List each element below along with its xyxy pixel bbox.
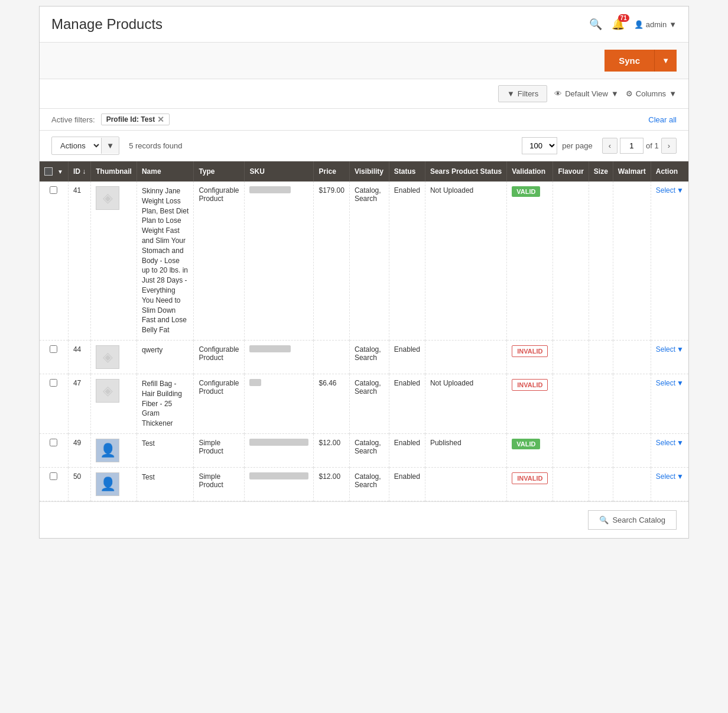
th-price[interactable]: Price (314, 161, 349, 182)
row-sears-status (425, 467, 506, 501)
filter-tag: Profile Id: Test ✕ (101, 114, 170, 125)
row-checkbox[interactable] (50, 472, 57, 480)
row-id: 44 (68, 340, 90, 374)
row-action-select[interactable]: Select ▼ (656, 379, 684, 387)
th-status[interactable]: Status (389, 161, 425, 182)
admin-menu[interactable]: 👤 admin ▼ (634, 20, 677, 29)
product-thumbnail: ◈ (96, 345, 119, 369)
records-count: 5 records found (129, 141, 512, 150)
clear-all-link[interactable]: Clear all (648, 115, 677, 124)
row-action-select[interactable]: Select ▼ (656, 186, 684, 195)
columns-button[interactable]: ⚙ Columns ▼ (626, 89, 677, 98)
default-view-button[interactable]: 👁 Default View ▼ (554, 89, 619, 98)
table-row: 49👤TestSimple Product$12.00Catalog, Sear… (40, 433, 688, 467)
row-validation: VALID (507, 433, 553, 467)
row-flavour (553, 374, 589, 433)
page-total: of 1 (646, 141, 659, 150)
row-flavour (553, 340, 589, 374)
th-id[interactable]: ID ↓ (68, 161, 90, 182)
row-validation: INVALID (507, 340, 553, 374)
prev-page-button[interactable]: ‹ (602, 138, 618, 154)
row-checkbox[interactable] (50, 379, 57, 387)
eye-icon: 👁 (554, 89, 562, 98)
row-size (589, 340, 613, 374)
per-page-select[interactable]: 100 50 20 (522, 137, 557, 154)
row-sku (245, 340, 314, 374)
th-validation[interactable]: Validation (507, 161, 553, 182)
row-size (589, 182, 613, 340)
chevron-down-icon: ▼ (677, 472, 684, 481)
row-walmart (613, 467, 651, 501)
sync-dropdown-button[interactable]: ▼ (655, 50, 677, 72)
validation-badge: INVALID (512, 345, 548, 357)
th-flavour[interactable]: Flavour (553, 161, 589, 182)
actions-dropdown-button[interactable]: ▼ (101, 138, 119, 154)
row-walmart (613, 433, 651, 467)
th-size[interactable]: Size (589, 161, 613, 182)
remove-filter-button[interactable]: ✕ (157, 115, 164, 124)
table-row: 44◈qwertyConfigurable ProductCatalog, Se… (40, 340, 688, 374)
row-sku (245, 467, 314, 501)
page-number-input[interactable] (620, 138, 644, 154)
row-checkbox[interactable] (50, 186, 57, 194)
row-visibility: Catalog, Search (349, 182, 389, 340)
row-flavour (553, 433, 589, 467)
row-visibility: Catalog, Search (349, 433, 389, 467)
row-name: Skinny Jane Weight Loss Plan, Best Diet … (136, 182, 194, 340)
search-catalog-button[interactable]: 🔍 Search Catalog (588, 510, 677, 530)
notification-count: 71 (618, 14, 629, 22)
table-row: 41◈Skinny Jane Weight Loss Plan, Best Di… (40, 182, 688, 340)
row-sears-status: Not Uploaded (425, 374, 506, 433)
per-page-wrap: 100 50 20 per page (522, 137, 592, 154)
row-price: $6.46 (314, 374, 349, 433)
checkbox-arrow[interactable]: ▼ (57, 168, 63, 175)
row-name: Refill Bag - Hair Building Fiber - 25 Gr… (136, 374, 194, 433)
page-title: Manage Products (51, 16, 162, 33)
row-checkbox[interactable] (50, 345, 57, 353)
row-type: Configurable Product (194, 340, 245, 374)
notifications-button[interactable]: 🔔 71 (612, 18, 625, 31)
th-name[interactable]: Name (136, 161, 194, 182)
row-name: Test (136, 433, 194, 467)
columns-label: Columns (636, 89, 666, 98)
row-action-select[interactable]: Select ▼ (656, 345, 684, 354)
row-visibility: Catalog, Search (349, 340, 389, 374)
pagination: ‹ of 1 › (602, 138, 677, 154)
user-icon: 👤 (634, 20, 644, 29)
row-sears-status: Published (425, 433, 506, 467)
chevron-down-icon: ▼ (677, 379, 684, 387)
row-thumbnail: ◈ (91, 340, 137, 374)
row-action-select[interactable]: Select ▼ (656, 439, 684, 447)
toolbar: Actions ▼ 5 records found 100 50 20 per … (40, 131, 688, 161)
th-sku[interactable]: SKU (245, 161, 314, 182)
table-row: 47◈Refill Bag - Hair Building Fiber - 25… (40, 374, 688, 433)
row-name: qwerty (136, 340, 194, 374)
th-thumbnail: Thumbnail (91, 161, 137, 182)
row-price: $179.00 (314, 182, 349, 340)
row-status: Enabled (389, 467, 425, 501)
header-search-button[interactable]: 🔍 (589, 18, 602, 31)
next-page-button[interactable]: › (661, 138, 677, 154)
sync-button[interactable]: Sync (604, 50, 655, 72)
th-walmart[interactable]: Walmart (613, 161, 651, 182)
row-checkbox-cell (40, 433, 68, 467)
row-id: 50 (68, 467, 90, 501)
row-checkbox[interactable] (50, 439, 57, 446)
validation-badge: INVALID (512, 472, 548, 484)
row-sku (245, 374, 314, 433)
actions-select[interactable]: Actions (52, 137, 101, 154)
row-type: Configurable Product (194, 374, 245, 433)
active-filters-bar: Active filters: Profile Id: Test ✕ Clear… (40, 109, 688, 131)
chevron-down-icon: ▼ (669, 89, 677, 98)
row-thumbnail: ◈ (91, 374, 137, 433)
th-visibility[interactable]: Visibility (349, 161, 389, 182)
select-all-checkbox[interactable] (44, 167, 53, 176)
th-sears-product-status[interactable]: Sears Product Status (425, 161, 506, 182)
filters-button[interactable]: ▼ Filters (498, 85, 547, 102)
th-type[interactable]: Type (194, 161, 245, 182)
row-action-select[interactable]: Select ▼ (656, 472, 684, 481)
row-checkbox-cell (40, 340, 68, 374)
row-id: 49 (68, 433, 90, 467)
search-icon: 🔍 (599, 516, 609, 524)
gear-icon: ⚙ (626, 89, 633, 98)
